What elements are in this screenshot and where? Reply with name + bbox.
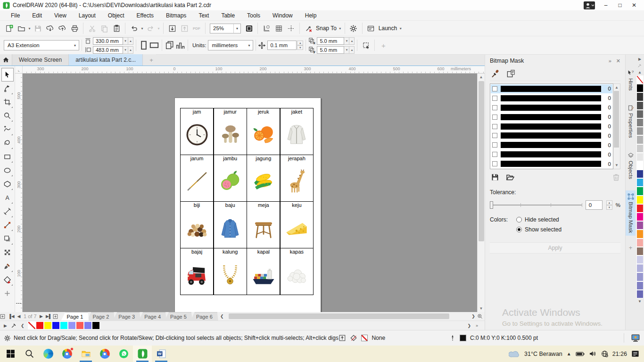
doc-palette-scroll-left[interactable]: ❮: [21, 323, 25, 328]
page-tab-page-1[interactable]: Page 1: [61, 312, 89, 321]
menu-bitmaps[interactable]: Bitmaps: [160, 11, 192, 20]
zoom-level-select[interactable]: 25%▾: [210, 24, 241, 33]
dup-x-up[interactable]: ▴: [349, 37, 355, 45]
radio-show-selected[interactable]: Show selected: [516, 226, 561, 233]
grid-cell-kapas[interactable]: kapas: [281, 248, 313, 295]
close-button[interactable]: ✕: [627, 0, 641, 10]
color-swatch[interactable]: [636, 178, 644, 187]
tab-document[interactable]: artikulasi kata Part 2.c...: [69, 54, 143, 66]
color-swatch[interactable]: [636, 264, 644, 272]
weather-text[interactable]: 31°C Berawan: [524, 351, 562, 357]
color-swatch[interactable]: [636, 196, 644, 204]
zoom-fit-button[interactable]: [477, 313, 485, 319]
tolerance-down[interactable]: ▾: [606, 205, 612, 210]
menu-edit[interactable]: Edit: [26, 11, 48, 20]
color-swatch[interactable]: [636, 255, 644, 264]
horizontal-scroll-thumb[interactable]: [229, 313, 449, 319]
page-size-select[interactable]: A3 Extension▾: [4, 40, 79, 50]
grid-cell-bajaj[interactable]: bajaj: [181, 248, 213, 295]
edge-icon[interactable]: [39, 346, 58, 362]
publish-pdf-button[interactable]: PDF: [190, 22, 203, 34]
palette-scroll-up[interactable]: ▲: [638, 69, 642, 75]
previous-page-button[interactable]: ◀: [15, 314, 23, 319]
redo-button[interactable]: [144, 22, 157, 34]
mask-row-checkbox[interactable]: [492, 133, 497, 138]
color-swatch[interactable]: [636, 92, 644, 101]
duplicate-distance-x-input[interactable]: 5.0 mm: [317, 37, 344, 45]
landscape-orientation-button[interactable]: [149, 40, 159, 51]
next-page-button[interactable]: ▶: [38, 314, 45, 319]
color-swatch[interactable]: [636, 161, 644, 170]
document-page[interactable]: jamjamurjerukjaketjarumjambujagungjerapa…: [174, 98, 321, 312]
color-eyedropper-tool[interactable]: [1, 259, 14, 273]
menu-layout[interactable]: Layout: [73, 11, 102, 20]
docker-collapse-button[interactable]: »: [609, 58, 611, 64]
mask-color-row[interactable]: 0: [491, 84, 612, 93]
new-document-button[interactable]: [3, 22, 15, 34]
doc-color-swatch[interactable]: [28, 321, 36, 329]
last-page-button[interactable]: ▶▌: [45, 314, 53, 319]
welcome-home-icon[interactable]: [0, 54, 12, 66]
grid-cell-jagung[interactable]: jagung: [247, 155, 280, 201]
grid-cell-jambu[interactable]: jambu: [214, 155, 247, 201]
ellipse-tool[interactable]: [1, 164, 14, 177]
speaker-icon[interactable]: [589, 351, 597, 357]
status-gear-icon[interactable]: [4, 335, 11, 342]
drop-shadow-tool[interactable]: [1, 232, 14, 246]
notification-center-icon[interactable]: [631, 350, 639, 358]
doc-palette-scroll-right[interactable]: ❯: [467, 323, 471, 328]
scroll-down-arrow[interactable]: ▼: [478, 305, 485, 312]
mask-scroll-down[interactable]: ▼: [613, 162, 620, 169]
page-tab-page-3[interactable]: Page 3: [113, 312, 140, 321]
docker-tab-bitmap-mask[interactable]: Bitmap Mask: [626, 190, 636, 236]
menu-object[interactable]: Object: [102, 11, 131, 20]
zoom-dropdown-arrow[interactable]: ▾: [233, 24, 240, 33]
mask-row-checkbox[interactable]: [492, 161, 497, 166]
color-swatch[interactable]: [636, 75, 644, 84]
canvas[interactable]: jamjamurjerukjaketjarumjambujagungjerapa…: [23, 74, 477, 312]
add-page-after-button[interactable]: [53, 314, 60, 319]
snap-to-label[interactable]: Snap To: [316, 25, 337, 32]
mask-list-scrollbar[interactable]: ▲ ▼: [613, 83, 620, 169]
menu-tools[interactable]: Tools: [241, 11, 266, 20]
start-button[interactable]: [1, 346, 20, 362]
dup-y-up[interactable]: ▴: [349, 46, 355, 54]
grid-cell-biji[interactable]: biji: [181, 202, 213, 248]
launch-label[interactable]: Launch: [379, 25, 397, 32]
menu-text[interactable]: Text: [192, 11, 215, 20]
export-status-icon[interactable]: [339, 334, 346, 342]
mask-color-row[interactable]: 0: [491, 140, 612, 149]
doc-color-swatch[interactable]: [36, 321, 44, 329]
tab-welcome-screen[interactable]: Welcome Screen: [12, 54, 69, 66]
page-tab-page-6[interactable]: Page 6: [190, 312, 218, 321]
export-button[interactable]: [178, 22, 190, 34]
doc-color-swatch[interactable]: [44, 321, 52, 329]
dup-y-down[interactable]: ▾: [344, 46, 349, 54]
text-tool[interactable]: A: [1, 191, 14, 205]
color-swatch[interactable]: [636, 187, 644, 195]
palette-flyout-arrow[interactable]: ▶: [638, 56, 641, 62]
color-swatch[interactable]: [636, 144, 644, 153]
menu-window[interactable]: Window: [266, 11, 299, 20]
open-mask-icon[interactable]: [506, 173, 514, 181]
snap-off-icon[interactable]: [302, 22, 314, 34]
weather-cloud-icon[interactable]: [509, 350, 520, 357]
color-swatch[interactable]: [636, 204, 644, 213]
color-swatch[interactable]: [636, 213, 644, 221]
grid-cell-jerapah[interactable]: jerapah: [281, 155, 313, 201]
artistic-media-tool[interactable]: [1, 136, 14, 150]
pick-tool[interactable]: [1, 68, 14, 82]
crop-tool[interactable]: [1, 95, 14, 109]
color-swatch[interactable]: [636, 221, 644, 230]
color-swatch[interactable]: [636, 247, 644, 255]
taskbar-search-icon[interactable]: [20, 346, 39, 362]
color-swatch[interactable]: [636, 290, 644, 298]
doc-color-swatch[interactable]: [52, 321, 60, 329]
color-swatch[interactable]: [636, 153, 644, 161]
show-rulers-button[interactable]: [260, 22, 272, 34]
whatsapp-icon[interactable]: [114, 346, 133, 362]
customize-plus-button[interactable]: +: [377, 39, 389, 51]
mask-row-checkbox[interactable]: [492, 105, 497, 110]
scroll-up-arrow[interactable]: ▲: [478, 74, 485, 81]
launch-icon[interactable]: [365, 22, 377, 34]
